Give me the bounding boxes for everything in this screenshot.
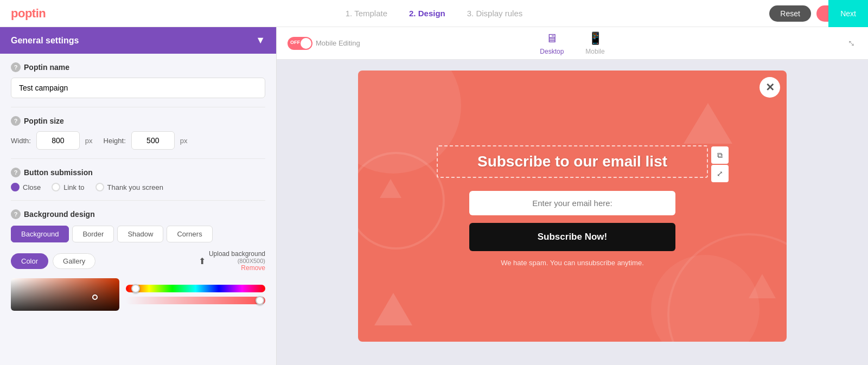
poptin-name-label: Poptin name	[24, 63, 69, 72]
radio-close-label: Close	[23, 183, 41, 191]
popup-title-wrapper: Subscribe to our email list ⧉ ⤢	[437, 145, 708, 178]
preview-topbar: OFF Mobile Editing 🖥 Desktop 📱 Mobile ↔	[277, 27, 868, 60]
radio-linkto-dot	[52, 183, 60, 191]
color-gallery-row: Color Gallery ⬆ Upload background (800X5…	[11, 250, 265, 272]
bg-deco-tri1	[374, 293, 412, 325]
radio-linkto-label: Link to	[63, 183, 84, 191]
button-submission-section: ? Button submission Close Link to Thank …	[0, 159, 276, 200]
color-gradient[interactable]	[11, 278, 119, 311]
mobile-label: Mobile	[585, 48, 604, 55]
bg-tab-row: Background Border Shadow Corners	[11, 226, 265, 242]
step-design[interactable]: 2. Design	[409, 9, 445, 18]
mobile-device-btn[interactable]: 📱 Mobile	[585, 31, 604, 55]
popup-background: ✕ Subscribe to our email list ⧉ ⤢	[358, 71, 787, 342]
radio-row: Close Link to Thank you screen	[11, 183, 265, 191]
color-btn[interactable]: Color	[11, 253, 48, 269]
poptin-size-section: ? Poptin size Width: px Height: px	[0, 107, 276, 158]
width-label: Width:	[11, 137, 31, 145]
tab-border[interactable]: Border	[72, 226, 114, 242]
bg-design-label: Background design	[24, 210, 95, 219]
radio-close[interactable]: Close	[11, 183, 41, 191]
width-input[interactable]	[36, 131, 80, 150]
rainbow-slider[interactable]	[126, 285, 265, 292]
upload-bg-size: (800X500)	[238, 258, 265, 264]
height-input[interactable]	[131, 131, 175, 150]
poptin-size-help-icon: ?	[11, 116, 21, 126]
poptin-size-label: Poptin size	[24, 117, 64, 125]
copy-title-btn[interactable]: ⧉	[711, 146, 729, 164]
bg-deco-ring1	[358, 152, 445, 249]
next-button[interactable]: Next	[828, 0, 868, 27]
poptin-name-help-icon: ?	[11, 62, 21, 72]
rainbow-thumb[interactable]	[131, 284, 140, 293]
radio-thankyou-dot	[95, 183, 104, 191]
size-row: Width: px Height: px	[11, 131, 265, 150]
btn-submission-help-icon: ?	[11, 168, 21, 177]
color-sliders	[126, 278, 265, 311]
height-px: px	[180, 137, 188, 145]
device-icons: 🖥 Desktop 📱 Mobile	[540, 31, 604, 55]
desktop-icon: 🖥	[546, 31, 558, 46]
toggle-label: OFF	[290, 40, 300, 45]
mobile-edit-row: OFF Mobile Editing	[288, 37, 360, 50]
popup-container: ✕ Subscribe to our email list ⧉ ⤢	[358, 71, 787, 342]
left-panel: General settings ▼ ? Poptin name ? Popti…	[0, 27, 277, 365]
btn-submission-label-row: ? Button submission	[11, 168, 265, 177]
desktop-label: Desktop	[540, 48, 564, 55]
mobile-icon: 📱	[588, 31, 603, 46]
popup-spam-text: We hate spam. You can unsubscribe anytim…	[437, 259, 708, 267]
panel-chevron-icon[interactable]: ▼	[256, 35, 265, 46]
upload-bg-btn[interactable]: ⬆ Upload background (800X500) Remove	[199, 250, 265, 272]
popup-close-button[interactable]: ✕	[760, 77, 780, 98]
mobile-editing-toggle[interactable]: OFF	[288, 37, 312, 50]
height-label: Height:	[104, 137, 126, 145]
color-picker-area	[11, 278, 265, 311]
main-layout: General settings ▼ ? Poptin name ? Popti…	[0, 27, 868, 365]
email-input-wrapper	[437, 191, 708, 223]
logo: poptin	[11, 7, 46, 21]
radio-thankyou[interactable]: Thank you screen	[95, 183, 163, 191]
poptin-size-label-row: ? Poptin size	[11, 116, 265, 126]
popup-content: Subscribe to our email list ⧉ ⤢ Subscrib…	[437, 145, 708, 267]
step-display[interactable]: 3. Display rules	[467, 9, 523, 18]
bg-deco-tri2	[684, 103, 732, 144]
radio-thankyou-label: Thank you screen	[107, 183, 163, 191]
reset-button[interactable]: Reset	[769, 5, 811, 22]
upload-icon: ⬆	[199, 256, 206, 266]
popup-subscribe-button[interactable]: Subscribe Now!	[469, 223, 675, 251]
subscribe-btn-wrapper: Subscribe Now!	[437, 223, 708, 259]
poptin-name-input[interactable]	[11, 78, 265, 98]
alpha-thumb[interactable]	[256, 296, 264, 305]
popup-email-input[interactable]	[469, 191, 675, 215]
upload-bg-text: Upload background (800X500) Remove	[209, 250, 265, 272]
gallery-btn[interactable]: Gallery	[53, 253, 95, 269]
desktop-device-btn[interactable]: 🖥 Desktop	[540, 31, 564, 55]
gradient-thumb[interactable]	[92, 294, 98, 300]
bg-design-section: ? Background design Background Border Sh…	[0, 201, 276, 319]
right-panel: OFF Mobile Editing 🖥 Desktop 📱 Mobile ↔	[277, 27, 868, 365]
logo-text: poptin	[11, 7, 46, 20]
popup-title[interactable]: Subscribe to our email list	[449, 153, 696, 170]
resize-title-btn[interactable]: ⤢	[711, 165, 729, 182]
tab-shadow[interactable]: Shadow	[117, 226, 163, 242]
radio-close-dot	[11, 183, 20, 191]
btn-submission-label: Button submission	[24, 168, 93, 177]
tab-corners[interactable]: Corners	[167, 226, 212, 242]
width-px: px	[85, 137, 93, 145]
step-template[interactable]: 1. Template	[346, 9, 387, 18]
expand-icon[interactable]: ↔	[844, 35, 860, 51]
mobile-editing-label: Mobile Editing	[316, 39, 360, 47]
steps: 1. Template 2. Design 3. Display rules	[346, 9, 523, 18]
panel-header: General settings ▼	[0, 27, 276, 54]
poptin-name-label-row: ? Poptin name	[11, 62, 265, 72]
radio-linkto[interactable]: Link to	[52, 183, 84, 191]
poptin-name-section: ? Poptin name	[0, 54, 276, 107]
top-nav: poptin 1. Template 2. Design 3. Display …	[0, 0, 868, 27]
title-action-buttons: ⧉ ⤢	[711, 146, 729, 182]
bg-design-help-icon: ?	[11, 209, 21, 219]
upload-bg-label: Upload background	[209, 250, 265, 258]
panel-title: General settings	[11, 36, 79, 46]
remove-bg-link[interactable]: Remove	[241, 264, 265, 272]
alpha-slider[interactable]	[126, 297, 265, 304]
tab-background[interactable]: Background	[11, 226, 69, 242]
